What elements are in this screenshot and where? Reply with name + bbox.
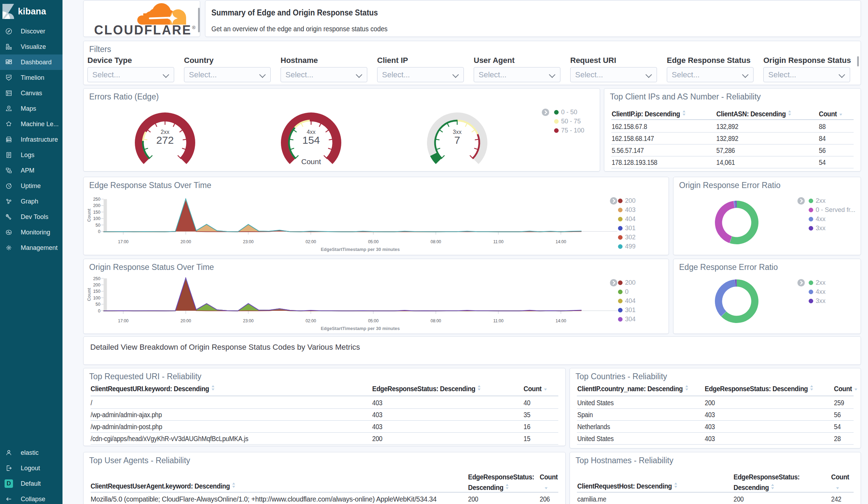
- svg-text:272: 272: [156, 134, 174, 146]
- svg-text:154: 154: [302, 134, 320, 146]
- svg-text:250: 250: [93, 197, 100, 202]
- svg-text:02:00: 02:00: [305, 318, 316, 323]
- svg-text:11:00: 11:00: [493, 318, 504, 323]
- svg-text:14:00: 14:00: [555, 318, 566, 323]
- svg-text:23:00: 23:00: [243, 318, 254, 323]
- svg-text:150: 150: [93, 289, 100, 294]
- svg-text:14:00: 14:00: [555, 239, 566, 244]
- svg-text:23:00: 23:00: [243, 239, 254, 244]
- svg-text:200: 200: [93, 283, 100, 287]
- svg-text:20:00: 20:00: [180, 318, 191, 323]
- svg-text:200: 200: [93, 203, 100, 208]
- svg-text:20:00: 20:00: [180, 239, 191, 244]
- svg-text:100: 100: [93, 216, 100, 221]
- svg-text:CLOUDFLARE: CLOUDFLARE: [94, 23, 192, 37]
- svg-text:100: 100: [93, 296, 100, 301]
- svg-text:17:00: 17:00: [118, 239, 129, 244]
- svg-text:Count: Count: [86, 288, 92, 301]
- svg-text:08:00: 08:00: [430, 239, 441, 244]
- svg-text:250: 250: [93, 276, 100, 281]
- svg-text:11:00: 11:00: [493, 239, 504, 244]
- svg-text:EdgeStartTimestamp per 30 minu: EdgeStartTimestamp per 30 minutes: [321, 326, 400, 331]
- svg-text:150: 150: [93, 210, 100, 215]
- svg-text:05:00: 05:00: [368, 239, 379, 244]
- svg-text:05:00: 05:00: [368, 318, 379, 323]
- svg-text:®: ®: [192, 25, 196, 30]
- svg-text:50: 50: [96, 223, 100, 228]
- svg-text:08:00: 08:00: [430, 318, 441, 323]
- svg-text:02:00: 02:00: [305, 239, 316, 244]
- svg-text:17:00: 17:00: [118, 318, 129, 323]
- svg-text:Count: Count: [86, 208, 92, 222]
- svg-text:EdgeStartTimestamp per 30 minu: EdgeStartTimestamp per 30 minutes: [321, 247, 400, 252]
- svg-text:50: 50: [96, 302, 100, 307]
- svg-text:Count: Count: [301, 157, 321, 166]
- svg-text:7: 7: [454, 134, 460, 146]
- svg-text:0: 0: [98, 229, 100, 234]
- svg-text:0: 0: [98, 309, 100, 314]
